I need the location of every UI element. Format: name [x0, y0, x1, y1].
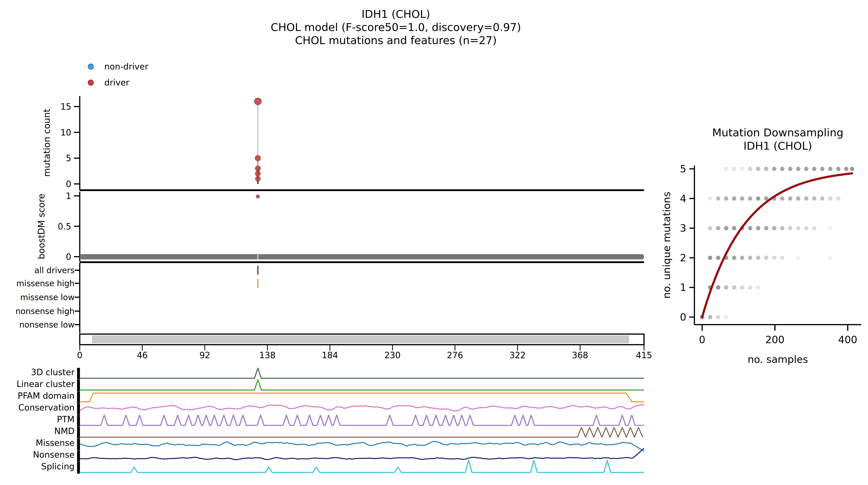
ylabel-mutation-count: mutation count	[41, 109, 52, 177]
downsampling-dot	[796, 167, 800, 171]
downsampling-dot	[828, 196, 833, 201]
track-axis-bar	[77, 415, 80, 426]
track-line-Splicing	[80, 460, 644, 473]
legend-label-driver: driver	[104, 77, 129, 88]
downsampling-dot	[724, 196, 728, 201]
track-line-PFAM-domain	[80, 393, 644, 402]
xaxis-tick-label: 230	[384, 350, 401, 360]
downsampling-dot	[732, 226, 736, 230]
track-line-NMD	[80, 427, 643, 437]
downsampling-dot	[764, 256, 768, 260]
downsampling-dot	[716, 256, 720, 260]
downsampling-dot	[716, 196, 720, 201]
downsampling-ytick-label: 0	[680, 311, 686, 323]
downsampling-dot	[724, 167, 728, 171]
figure-title-line-3: CHOL mutations and features (n=27)	[295, 34, 497, 46]
downsampling-dot	[828, 256, 833, 260]
downsampling-ytick-label: 5	[680, 163, 686, 175]
downsampling-dot	[732, 256, 736, 260]
downsampling-dot	[708, 196, 712, 201]
xaxis-tick-label: 368	[572, 350, 588, 360]
downsampling-title-line-1: Mutation Downsampling	[712, 126, 843, 139]
downsampling-dot	[780, 167, 784, 171]
downsampling-dot	[708, 315, 712, 319]
legend: non-driver driver	[104, 62, 149, 88]
panel1-ytick-label: 5	[66, 153, 71, 163]
panel-separator	[80, 261, 644, 263]
driver-mutation-dot	[255, 171, 260, 176]
figure-title-line-1: IDH1 (CHOL)	[362, 8, 430, 20]
track-label-Splicing: Splicing	[41, 461, 74, 471]
downsampling-dot	[780, 196, 784, 201]
downsampling-dot	[740, 285, 744, 290]
row-label-all-drivers: all drivers	[34, 265, 74, 275]
downsampling-dot	[788, 196, 792, 201]
downsampling-dot	[836, 167, 840, 171]
downsampling-dot	[812, 196, 816, 201]
track-label-3D-cluster: 3D cluster	[31, 367, 75, 377]
downsampling-xlabel: no. samples	[747, 354, 808, 365]
figure-title-line-2: CHOL model (F-score50=1.0, discovery=0.9…	[271, 21, 521, 33]
downsampling-dot	[772, 256, 776, 260]
track-label-Missense: Missense	[36, 438, 74, 448]
downsampling-dot	[804, 196, 808, 201]
downsampling-dot	[796, 256, 800, 260]
downsampling-dot	[740, 256, 744, 260]
downsampling-xtick-label: 200	[765, 334, 784, 346]
track-label-Linear-cluster: Linear cluster	[17, 379, 75, 389]
downsampling-dot	[756, 167, 760, 171]
downsampling-dot	[804, 226, 808, 230]
downsampling-dot	[708, 226, 712, 230]
driver-mutation-dot	[255, 176, 260, 181]
panel2-ytick-label: 0.5	[58, 222, 71, 231]
track-line-Conservation	[80, 405, 644, 411]
downsampling-dot	[724, 315, 728, 319]
track-line-Nonsense	[80, 448, 644, 460]
driver-mutation-dot	[255, 166, 260, 171]
track-line-PTM	[80, 415, 644, 425]
downsampling-dot	[756, 226, 760, 230]
domain-rect	[92, 335, 629, 343]
downsampling-dot	[756, 196, 760, 201]
downsampling-dot	[748, 196, 752, 201]
track-label-Nonsense: Nonsense	[33, 450, 74, 459]
downsampling-dot	[812, 226, 816, 230]
downsampling-dot	[732, 285, 736, 290]
xaxis-tick-label: 138	[259, 350, 276, 360]
downsampling-dot	[850, 167, 854, 171]
downsampling-dot	[748, 167, 752, 171]
downsampling-dot	[804, 167, 808, 171]
xaxis-tick-label: 276	[447, 350, 463, 360]
downsampling-dot	[740, 167, 744, 171]
downsampling-ylabel: no. unique mutations	[661, 192, 672, 298]
track-axis-bar	[77, 462, 80, 474]
row-label-missense-low: missense low	[20, 293, 74, 302]
figure-canvas: IDH1 (CHOL) CHOL model (F-score50=1.0, d…	[0, 0, 868, 485]
downsampling-title-line-2: IDH1 (CHOL)	[743, 139, 812, 152]
downsampling-dot	[828, 167, 833, 171]
downsampling-dot	[844, 167, 848, 171]
downsampling-dot	[740, 196, 744, 201]
xaxis-tick-label: 0	[77, 350, 83, 360]
downsampling-dot	[788, 167, 792, 171]
track-label-Conservation: Conservation	[18, 402, 74, 413]
xaxis-tick-label: 322	[509, 350, 526, 360]
downsampling-dot	[772, 226, 776, 230]
downsampling-xtick-label: 0	[699, 334, 705, 346]
downsampling-dot	[724, 285, 728, 290]
panel2-ytick-label: 0	[66, 252, 71, 262]
downsampling-dot	[820, 167, 824, 171]
downsampling-dot	[748, 256, 752, 260]
downsampling-dot	[716, 285, 720, 290]
row-label-nonsense-high: nonsense high	[16, 306, 74, 316]
downsampling-dot	[828, 226, 833, 230]
xaxis-tick-label: 184	[322, 350, 338, 360]
downsampling-dot	[724, 226, 728, 230]
track-line-Linear-cluster	[80, 380, 644, 390]
ylabel-boostdm-score: boostDM score	[36, 194, 46, 259]
panel1-ytick-label: 15	[60, 102, 71, 111]
downsampling-dot	[756, 285, 760, 290]
panel1-ytick-label: 0	[66, 179, 71, 189]
xaxis-tick-label: 92	[199, 350, 210, 360]
driver-mutation-dot	[255, 156, 261, 161]
